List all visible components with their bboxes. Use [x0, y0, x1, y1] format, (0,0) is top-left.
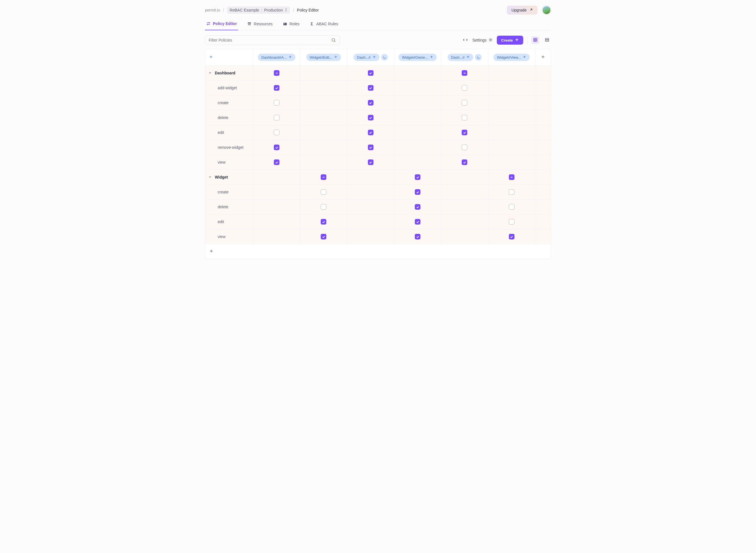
svg-rect-3	[248, 23, 251, 25]
matrix-cell	[488, 125, 535, 140]
role-chip[interactable]: Widget#View...	[494, 54, 530, 61]
matrix-cell	[300, 140, 347, 155]
create-button[interactable]: Create	[497, 35, 523, 45]
tab-policy-editor[interactable]: Policy Editor	[205, 21, 238, 30]
add-resource-row[interactable]	[205, 244, 551, 259]
tab-label: Roles	[290, 22, 300, 26]
action-row: edit	[205, 125, 551, 140]
checkbox-unchecked[interactable]	[274, 115, 280, 121]
checkbox-checked[interactable]	[274, 159, 280, 165]
matrix-cell	[300, 229, 347, 244]
checkbox-checked[interactable]	[368, 100, 374, 105]
matrix-cell	[394, 170, 441, 184]
action-row: create	[205, 95, 551, 110]
upgrade-label: Upgrade	[511, 8, 527, 12]
svg-point-6	[332, 38, 335, 41]
view-grid-button[interactable]	[531, 36, 539, 44]
checkbox-unchecked[interactable]	[274, 130, 280, 135]
matrix-cell	[394, 185, 441, 199]
matrix-cell	[253, 110, 300, 125]
checkbox-checked[interactable]	[509, 234, 515, 239]
checkbox-checked[interactable]	[415, 174, 421, 180]
matrix-cell	[300, 125, 347, 140]
expand-collapse-arrows[interactable]	[462, 38, 468, 43]
breadcrumb-current: Policy Editor	[297, 8, 319, 12]
matrix-cell	[347, 81, 394, 95]
add-role-column[interactable]	[535, 49, 551, 65]
breadcrumb-root[interactable]: permit.io	[205, 8, 220, 12]
checkbox-checked[interactable]	[462, 130, 467, 135]
breadcrumb-environment: Production	[264, 8, 283, 12]
resource-row: Widget	[205, 170, 551, 184]
action-row: view	[205, 229, 551, 244]
checkbox-checked[interactable]	[415, 219, 421, 225]
resource-cell[interactable]: Widget	[205, 170, 253, 184]
role-chip[interactable]: Widget#Edit...	[306, 54, 341, 61]
search-input[interactable]	[209, 38, 331, 43]
tab-label: Resources	[254, 22, 273, 26]
avatar[interactable]	[542, 6, 551, 15]
matrix-cell	[253, 170, 300, 184]
checkbox-checked[interactable]	[415, 189, 421, 195]
checkbox-checked[interactable]	[368, 85, 374, 91]
upgrade-button[interactable]: Upgrade	[507, 6, 537, 15]
resource-cell[interactable]: Dashboard	[205, 66, 253, 80]
role-header-cell: Dashboard#A...	[253, 49, 300, 65]
checkbox-checked[interactable]	[368, 115, 374, 121]
checkbox-checked[interactable]	[415, 204, 421, 210]
matrix-cell	[394, 229, 441, 244]
checkbox-checked[interactable]	[321, 234, 326, 239]
checkbox-unchecked[interactable]	[462, 145, 467, 150]
derivation-icon[interactable]	[381, 54, 388, 61]
checkbox-indeterminate[interactable]	[274, 70, 280, 76]
checkbox-checked[interactable]	[368, 130, 374, 135]
matrix-cell	[488, 110, 535, 125]
checkbox-checked[interactable]	[274, 145, 280, 150]
checkbox-unchecked[interactable]	[321, 189, 326, 195]
checkbox-unchecked[interactable]	[321, 204, 326, 210]
role-chip[interactable]: Dash...#	[448, 54, 473, 61]
matrix-cell	[488, 140, 535, 155]
checkbox-indeterminate[interactable]	[462, 70, 467, 76]
plus-icon	[209, 249, 213, 254]
checkbox-checked[interactable]	[368, 145, 374, 150]
matrix-cell	[441, 200, 488, 214]
checkbox-indeterminate[interactable]	[509, 174, 515, 180]
derivation-icon[interactable]	[475, 54, 482, 61]
checkbox-checked[interactable]	[368, 159, 374, 165]
role-chip[interactable]: Dash...#	[354, 54, 379, 61]
checkbox-indeterminate[interactable]	[321, 174, 326, 180]
checkbox-checked[interactable]	[368, 70, 374, 76]
checkbox-unchecked[interactable]	[462, 85, 467, 91]
checkbox-unchecked[interactable]	[274, 100, 280, 105]
role-chip[interactable]: Widget#Owne...	[398, 54, 437, 61]
matrix-cell-spacer	[535, 229, 551, 244]
checkbox-checked[interactable]	[321, 219, 326, 225]
view-list-button[interactable]	[543, 36, 551, 44]
action-cell: delete	[205, 110, 253, 125]
search-input-container	[205, 35, 340, 45]
settings-button[interactable]: Settings	[472, 37, 493, 43]
checkbox-unchecked[interactable]	[509, 219, 515, 225]
tab-abac-rules[interactable]: Σ ABAC Rules	[308, 22, 339, 30]
action-row: remove-widget	[205, 140, 551, 155]
checkbox-unchecked[interactable]	[462, 100, 467, 105]
action-name: delete	[218, 205, 228, 209]
sparkle-icon	[523, 55, 526, 60]
list-icon	[545, 37, 549, 43]
tab-resources[interactable]: Resources	[246, 22, 274, 30]
tab-roles[interactable]: Roles	[282, 22, 301, 30]
checkbox-checked[interactable]	[415, 234, 421, 239]
checkbox-checked[interactable]	[462, 159, 467, 165]
matrix-cell	[394, 200, 441, 214]
checkbox-unchecked[interactable]	[462, 115, 467, 121]
matrix-cell	[300, 215, 347, 229]
checkbox-checked[interactable]	[274, 85, 280, 91]
role-label: Widget#Edit...	[310, 55, 332, 60]
checkbox-unchecked[interactable]	[509, 189, 515, 195]
breadcrumb-workspace-env[interactable]: ReBAC Example : Production	[227, 6, 290, 14]
role-chip[interactable]: Dashboard#A...	[258, 54, 295, 61]
role-header-cell: Dash...#	[441, 49, 488, 65]
matrix-cell	[347, 95, 394, 110]
checkbox-unchecked[interactable]	[509, 204, 515, 210]
